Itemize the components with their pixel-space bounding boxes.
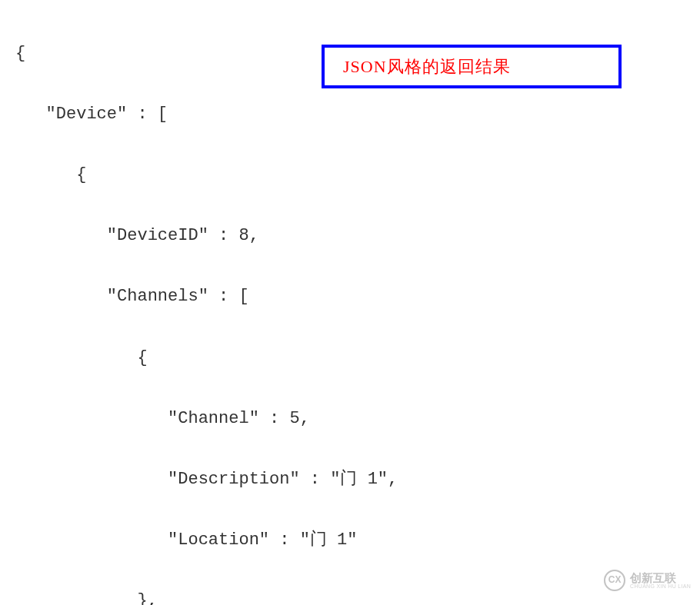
code-line: { bbox=[15, 160, 700, 191]
watermark-main-text: 创新互联 bbox=[630, 572, 691, 583]
code-line: "Channel" : 5, bbox=[15, 404, 700, 434]
watermark: CX 创新互联 CHUANG XIN HU LIAN bbox=[604, 570, 691, 591]
json-code-block: { "Device" : [ { "DeviceID" : 8, "Channe… bbox=[15, 8, 700, 605]
annotation-callout: JSON风格的返回结果 bbox=[322, 45, 622, 88]
code-line: "DeviceID" : 8, bbox=[15, 221, 700, 251]
annotation-text: JSON风格的返回结果 bbox=[343, 52, 511, 82]
code-line: { bbox=[15, 343, 700, 374]
code-line: "Description" : "门 1", bbox=[15, 464, 700, 495]
watermark-text-group: 创新互联 CHUANG XIN HU LIAN bbox=[630, 572, 691, 589]
code-line: "Device" : [ bbox=[15, 99, 700, 130]
code-line: "Channels" : [ bbox=[15, 281, 700, 312]
watermark-logo-icon: CX bbox=[604, 570, 625, 591]
code-line: "Location" : "门 1" bbox=[15, 525, 700, 556]
code-line: }, bbox=[15, 586, 700, 605]
watermark-sub-text: CHUANG XIN HU LIAN bbox=[630, 583, 691, 589]
